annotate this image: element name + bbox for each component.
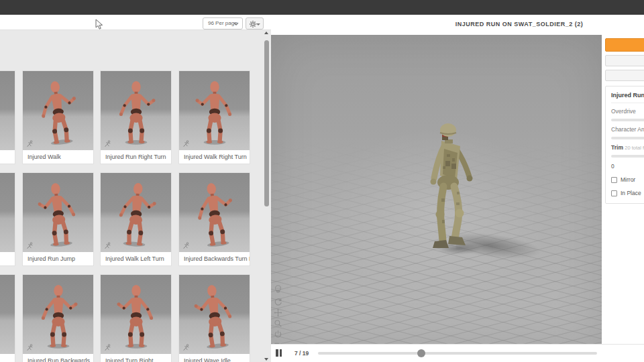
in-place-label: In Place: [621, 190, 641, 196]
in-place-run-icon: [182, 344, 190, 351]
animation-card-label: [0, 150, 15, 164]
slider-label-overdrive: Overdrive: [611, 108, 644, 115]
animation-card[interactable]: Injured Run Right Turn: [100, 70, 172, 164]
animation-card-label: [0, 252, 15, 265]
chevron-down-icon: [233, 22, 239, 26]
orbit-button[interactable]: [274, 297, 283, 306]
mannequin-figure: [109, 80, 163, 147]
power-icon: [274, 330, 282, 339]
secondary-button[interactable]: [605, 70, 644, 81]
animation-thumbnail: [23, 71, 93, 150]
scroll-down-arrow[interactable]: [264, 358, 268, 361]
mannequin-figure: [0, 80, 7, 147]
pan-button[interactable]: [274, 308, 283, 317]
pause-icon: [276, 349, 278, 357]
animation-card-label: Injured Backwards Turn Left: [179, 252, 250, 265]
animation-card-label: Injured Walk: [23, 150, 93, 164]
scroll-up-arrow[interactable]: [264, 32, 268, 34]
animation-card[interactable]: Injured Run Jump: [22, 172, 94, 266]
in-place-run-icon: [26, 140, 34, 147]
animation-thumbnail: [101, 275, 171, 354]
animation-card[interactable]: Injured Walk: [22, 70, 94, 164]
display-settings-button[interactable]: [246, 17, 264, 29]
pan-icon: [274, 308, 282, 317]
animation-card-label: Injured Turn Right: [101, 354, 171, 362]
animation-name: Injured Run: [611, 92, 644, 99]
animation-settings-panel: Injured Run Overdrive Character Arm-Spac…: [602, 35, 644, 344]
animation-parameters: Injured Run Overdrive Character Arm-Spac…: [605, 86, 644, 204]
timeline-handle[interactable]: [417, 349, 425, 357]
mannequin-figure: [107, 180, 165, 250]
animation-library-grid: Injured Walk Injured Run Right Turn Inju…: [0, 30, 271, 362]
animation-card[interactable]: Injured Walk Right Turn: [178, 70, 250, 164]
animation-card-label: Injured Run Backwards: [23, 354, 93, 362]
timeline-track[interactable]: [318, 352, 597, 355]
in-place-checkbox-row[interactable]: In Place: [611, 190, 644, 196]
mannequin-figure: [28, 179, 88, 251]
animation-thumbnail: [23, 275, 93, 354]
mannequin-figure: [109, 284, 163, 351]
pause-button[interactable]: [276, 349, 285, 357]
mannequin-figure: [184, 178, 246, 251]
animation-card-label: [0, 354, 15, 362]
animation-card[interactable]: Injured Wave Idle: [178, 274, 250, 362]
orbit-icon: [274, 298, 282, 306]
skull-icon: [274, 285, 282, 294]
animation-thumbnail: [0, 71, 15, 150]
mannequin-figure: [0, 282, 9, 352]
zoom-button[interactable]: [274, 318, 283, 328]
mannequin-figure: [32, 284, 85, 351]
animation-card[interactable]: Injured Walk Left Turn: [100, 172, 172, 266]
character-focus-button[interactable]: [274, 284, 283, 294]
trim-start-value[interactable]: 0: [611, 163, 644, 170]
mirror-label: Mirror: [621, 176, 635, 183]
animation-thumbnail: [23, 173, 93, 252]
playback-bar: 7 / 19: [271, 344, 644, 362]
animation-thumbnail: [101, 71, 171, 150]
viewport-3d[interactable]: [271, 35, 602, 344]
in-place-run-icon: [104, 140, 111, 147]
trim-slider[interactable]: [611, 155, 644, 158]
pause-icon: [280, 349, 282, 357]
animation-thumbnail: [0, 275, 15, 354]
caret-down-icon: [256, 23, 260, 25]
animation-card-label: Injured Run Jump: [23, 252, 93, 265]
download-button[interactable]: [605, 38, 644, 52]
animation-card[interactable]: Injured Backwards Turn Left: [178, 172, 250, 266]
mannequin-figure: [184, 281, 244, 353]
overdrive-slider[interactable]: [611, 119, 644, 121]
in-place-run-icon: [26, 344, 34, 351]
mannequin-figure: [188, 80, 241, 147]
animation-card-label: Injured Walk Right Turn: [179, 150, 250, 164]
animation-thumbnail: [101, 173, 171, 252]
in-place-run-icon: [182, 140, 190, 147]
secondary-button[interactable]: [605, 55, 644, 66]
mouse-cursor: [95, 19, 103, 30]
grid-scrollbar-thumb[interactable]: [264, 40, 269, 206]
animation-card-partial[interactable]: [0, 274, 15, 362]
checkbox-icon[interactable]: [611, 190, 617, 196]
reset-camera-button[interactable]: [274, 329, 283, 339]
animation-card-partial[interactable]: [0, 172, 15, 266]
mannequin-figure: [0, 182, 7, 249]
trim-label: Trim: [611, 144, 623, 151]
trim-total-frames: 20 total frames: [625, 145, 644, 151]
magnifier-icon: [274, 319, 282, 328]
mirror-checkbox-row[interactable]: Mirror: [611, 176, 644, 183]
in-place-run-icon: [104, 242, 111, 249]
in-place-run-icon: [26, 242, 34, 249]
checkbox-icon[interactable]: [611, 177, 617, 183]
mannequin-figure: [28, 76, 89, 149]
animation-card[interactable]: Injured Run Backwards: [22, 274, 94, 362]
animation-card-label: Injured Wave Idle: [179, 354, 250, 362]
animation-card[interactable]: Injured Turn Right: [100, 274, 172, 362]
arm-space-slider[interactable]: [611, 137, 644, 139]
viewport-tool-column: [274, 284, 284, 344]
animation-thumbnail: [179, 173, 250, 252]
in-place-run-icon: [182, 242, 190, 249]
soldier-character: [415, 119, 484, 264]
viewport-title: INJURED RUN ON SWAT_SOLDIER_2 (2): [271, 21, 644, 27]
animation-card-partial[interactable]: [0, 70, 15, 164]
per-page-select[interactable]: 96 Per page: [203, 17, 243, 29]
in-place-run-icon: [104, 344, 111, 351]
